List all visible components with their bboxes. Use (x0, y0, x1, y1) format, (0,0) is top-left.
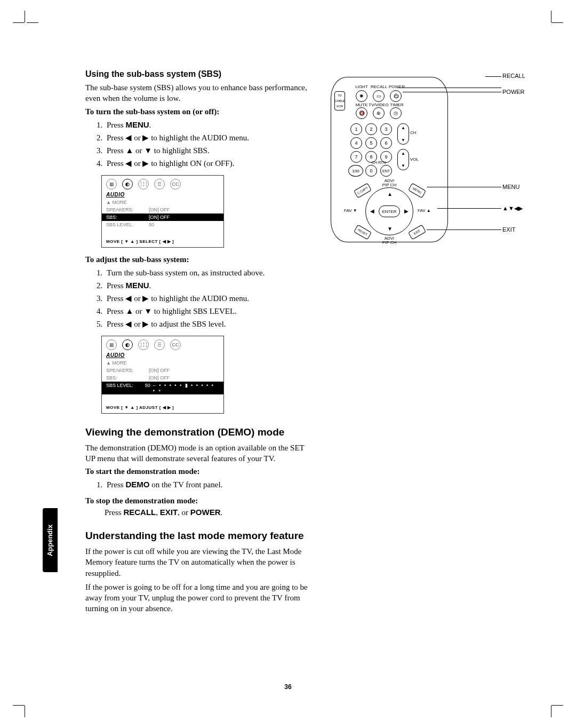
mute-button: 🔇 (356, 107, 367, 119)
audio-icon: ◐ (122, 179, 133, 189)
lastmode-p2: If the power is going to be off for a lo… (85, 582, 309, 614)
osd-row-speakers: SPEAKERS:[ON] OFF (102, 367, 223, 374)
crop-mark (25, 11, 25, 22)
step: Press MENU. (105, 118, 309, 131)
callout-line (397, 88, 501, 88)
ent-button: ENT (380, 165, 392, 177)
callout-exit: EXIT (502, 226, 515, 233)
crop-mark (27, 22, 38, 23)
step: Press ◀ or ▶ to highlight the AUDIO menu… (105, 131, 309, 144)
picture-icon: ▦ (106, 339, 117, 350)
osd-tab-icons: ▦ ◐ ╎╎╎ ☰ CC (102, 336, 223, 352)
step: Turn the sub-bass system on, as instruct… (105, 266, 309, 279)
label-tvvideo: TV/VIDEO (369, 103, 389, 107)
cc-icon: CC (170, 179, 181, 189)
crop-mark (551, 705, 563, 706)
crop-mark (551, 22, 563, 23)
osd-screenshot-1: ▦ ◐ ╎╎╎ ☰ CC AUDIO ▲ MORE SPEAKERS:[ON] … (101, 175, 224, 248)
light-button: ✺ (356, 90, 367, 102)
osd-row-sbs-selected: SBS:[ON] OFF (102, 213, 223, 221)
exit-button: EXIT (408, 225, 426, 240)
recall-button: ▭ (373, 90, 385, 102)
heading-lastmode: Understanding the last mode memory featu… (85, 530, 309, 542)
crop-mark (551, 11, 551, 22)
subhead-turn-on: To turn the sub-bass system on (or off): (85, 107, 309, 116)
lastmode-p1: If the power is cut off while you are vi… (85, 546, 309, 579)
cc-icon: CC (170, 339, 181, 350)
picture-icon: ▦ (106, 179, 117, 189)
label-light: LIGHT (355, 85, 369, 89)
callout-arrows: ▲▼◀▶ (502, 205, 523, 212)
callout-line (485, 76, 501, 77)
step: Press ◀ or ▶ to highlight ON (or OFF). (105, 157, 309, 170)
dpad: ENTER ▲ ▼ ◀ ▶ (365, 187, 413, 235)
step: Press DEMO on the TV front panel. (105, 478, 309, 491)
setup-icon: ☰ (154, 179, 165, 189)
ch-rocker: ▲▼ (397, 123, 409, 145)
num-7: 7 (350, 151, 362, 163)
crop-mark (13, 22, 25, 23)
remote-diagram: TVCABLEVCR LIGHT RECALL POWER ✺ ▭ ⏻ MUTE… (320, 72, 533, 253)
osd-footer: MOVE [ ▼ ▲ ] SELECT [ ◀ ▶ ] (102, 236, 223, 247)
ccapt-button: C.CAPT (354, 183, 372, 199)
remote-body: TVCABLEVCR LIGHT RECALL POWER ✺ ▭ ⏻ MUTE… (331, 77, 448, 242)
osd-title: AUDIO (102, 352, 223, 359)
label-recall: RECALL (371, 85, 387, 89)
step: Press ▲ or ▼ to highlight SBS LEVEL. (105, 305, 309, 318)
subhead-start-demo: To start the demonstration mode: (85, 467, 309, 476)
label-timer: TIMER (389, 103, 405, 107)
setup-icon: ☰ (154, 339, 165, 350)
main-content: Using the sub-bass system (SBS) The sub-… (85, 69, 309, 618)
up-arrow-icon: ▲ (387, 191, 393, 197)
steps-start-demo: Press DEMO on the TV front panel. (105, 478, 309, 491)
audio-icon: ◐ (122, 339, 133, 350)
subhead-stop-demo: To stop the demonstration mode: (85, 496, 309, 505)
reset-button: RESET (354, 225, 372, 240)
vol-rocker: ▲▼ (397, 149, 409, 170)
equalizer-icon: ╎╎╎ (138, 339, 149, 350)
callout-line (427, 230, 501, 230)
down-arrow-icon: ▼ (387, 226, 393, 232)
page: Appendix Using the sub-bass system (SBS)… (0, 0, 576, 728)
step: Press MENU. (105, 279, 309, 292)
callout-menu: MENU (502, 184, 519, 190)
steps-turn-on: Press MENU. Press ◀ or ▶ to highlight th… (105, 118, 309, 170)
callout-line (403, 92, 501, 92)
label-vol: VOL (410, 157, 419, 162)
intro-demo: The demonstration (DEMO) mode is an opti… (85, 442, 309, 464)
label-mute: MUTE (355, 103, 369, 107)
appendix-tab: Appendix (43, 508, 58, 572)
num-3: 3 (380, 123, 392, 135)
osd-row-sbslevel: SBS LEVEL:50 (102, 221, 223, 228)
label-adv-top: ADV/PIP CH (376, 179, 403, 187)
menu-button: MENU (408, 183, 426, 199)
num-100: 100 (348, 165, 363, 177)
left-arrow-icon: ◀ (370, 208, 374, 214)
label-favdown: FAV ▼ (344, 209, 357, 213)
callout-power: POWER (502, 89, 525, 95)
callout-line (437, 208, 501, 209)
osd-footer: MOVE [ ▼ ▲ ] ADJUST [ ◀ ▶ ] (102, 402, 223, 413)
callout-line (427, 187, 501, 187)
osd-row-more: ▲ MORE (102, 359, 223, 367)
tvvideo-button: ⊕ (373, 107, 385, 119)
page-number: 36 (0, 683, 576, 691)
crop-mark (25, 706, 25, 717)
label-chrtn: CH RTN (365, 161, 392, 164)
num-0: 0 (365, 165, 377, 177)
osd-screenshot-2: ▦ ◐ ╎╎╎ ☰ CC AUDIO ▲ MORE SPEAKERS:[ON] … (101, 336, 224, 414)
label-favup: FAV ▲ (418, 209, 431, 213)
num-4: 4 (350, 137, 362, 149)
num-1: 1 (350, 123, 362, 135)
osd-row-speakers: SPEAKERS:[ON] OFF (102, 206, 223, 213)
intro-sbs: The sub-base system (SBS) allows you to … (85, 82, 309, 104)
step: Press ◀ or ▶ to highlight the AUDIO menu… (105, 292, 309, 305)
steps-adjust: Turn the sub-bass system on, as instruct… (105, 266, 309, 330)
crop-mark (551, 706, 551, 717)
osd-tab-icons: ▦ ◐ ╎╎╎ ☰ CC (102, 176, 223, 192)
step: Press ◀ or ▶ to adjust the SBS level. (105, 318, 309, 330)
label-power: POWER (389, 85, 405, 89)
label-adv-bottom: ADV/PIP CH (376, 236, 403, 245)
label-ch: CH (410, 131, 417, 135)
power-button: ⏻ (390, 90, 402, 102)
